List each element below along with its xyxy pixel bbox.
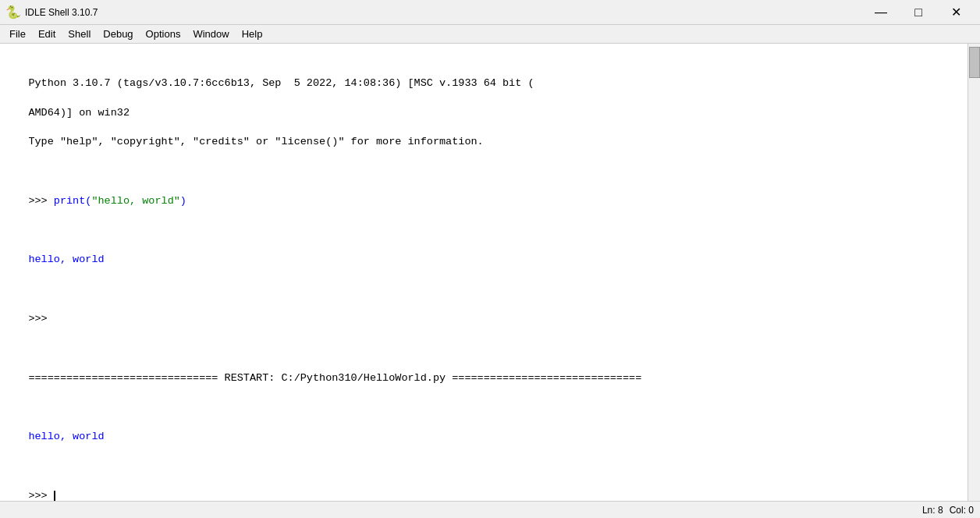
startup-line3: Type "help", "copyright", "credits" or "… xyxy=(28,136,483,147)
status-bar: Ln: 8 Col: 0 xyxy=(0,501,980,518)
ln-info: Ln: 8 xyxy=(922,505,943,516)
restart-line: ============================== RESTART: … xyxy=(28,372,641,384)
window-controls: — □ ✕ xyxy=(863,1,974,24)
title-bar: 🐍 IDLE Shell 3.10.7 — □ ✕ xyxy=(0,0,980,25)
startup-line1: Python 3.10.7 (tags/v3.10.7:6cc6b13, Sep… xyxy=(28,77,534,89)
prompt3: >>> xyxy=(28,490,53,501)
output2: hello, world xyxy=(28,431,104,442)
command1: print("hello, world") xyxy=(54,195,186,207)
menu-help[interactable]: Help xyxy=(236,27,269,41)
cursor xyxy=(54,491,55,501)
close-button[interactable]: ✕ xyxy=(938,1,974,24)
maximize-button[interactable]: □ xyxy=(900,1,936,24)
shell-container: Python 3.10.7 (tags/v3.10.7:6cc6b13, Sep… xyxy=(0,44,980,501)
startup-line2: AMD64)] on win32 xyxy=(28,107,130,119)
minimize-button[interactable]: — xyxy=(863,1,899,24)
menu-edit[interactable]: Edit xyxy=(32,27,62,41)
menu-options[interactable]: Options xyxy=(140,27,187,41)
line-col-info: Ln: 8 Col: 0 xyxy=(922,505,974,516)
menu-file[interactable]: File xyxy=(3,27,32,41)
menu-debug[interactable]: Debug xyxy=(97,27,139,41)
window-title: IDLE Shell 3.10.7 xyxy=(25,7,863,18)
prompt1: >>> xyxy=(28,195,53,207)
app-icon: 🐍 xyxy=(6,5,20,20)
scrollbar-thumb[interactable] xyxy=(969,47,980,78)
output1: hello, world xyxy=(28,254,104,265)
shell-output[interactable]: Python 3.10.7 (tags/v3.10.7:6cc6b13, Sep… xyxy=(0,44,968,501)
or-text: or xyxy=(256,136,268,147)
menu-window[interactable]: Window xyxy=(186,27,235,41)
col-info: Col: 0 xyxy=(950,505,974,516)
vertical-scrollbar[interactable] xyxy=(968,44,980,501)
menu-shell[interactable]: Shell xyxy=(62,27,97,41)
prompt2: >>> xyxy=(28,313,53,325)
menu-bar: File Edit Shell Debug Options Window Hel… xyxy=(0,25,980,44)
